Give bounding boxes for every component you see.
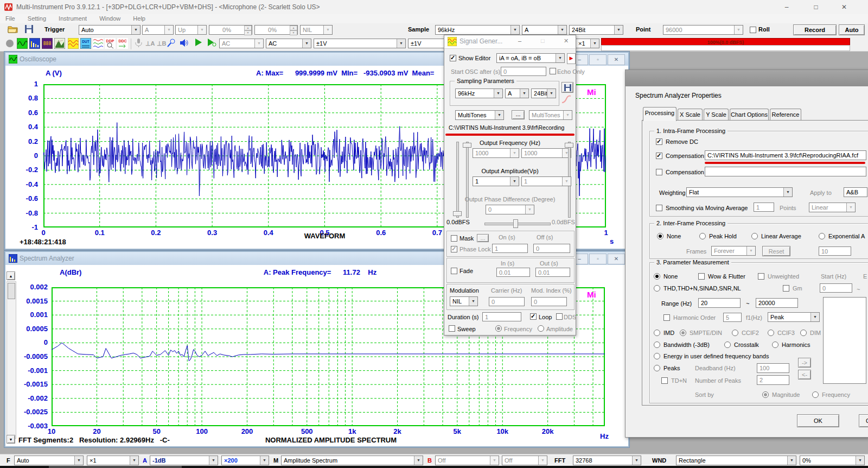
fade-in-field[interactable]: 0.01 [496, 268, 530, 277]
gen-channel-combo[interactable]: A▼ [505, 88, 529, 98]
trigger-level-spinner[interactable]: 0%▲▼ [209, 25, 252, 35]
close-icon[interactable]: ✕ [608, 254, 625, 264]
ddc-icon[interactable]: DDC [117, 38, 128, 49]
derived-data-icon[interactable] [93, 38, 104, 49]
coupling-a-combo[interactable]: AC▼ [219, 39, 264, 48]
auto-button[interactable]: Auto [839, 24, 865, 35]
echo-only-checkbox[interactable] [550, 68, 556, 74]
exponential-average-radio[interactable] [819, 233, 825, 239]
sample-bits-combo[interactable]: 24Bit▼ [569, 25, 623, 35]
signal-generator-title-bar[interactable]: Signal Gener... – □ ✕ [444, 35, 576, 49]
slider-thumb[interactable] [463, 143, 471, 148]
close-icon[interactable]: ✕ [564, 37, 569, 45]
wow-flutter-checkbox[interactable] [698, 273, 705, 280]
unweighted-checkbox[interactable] [758, 273, 764, 280]
tab-processing[interactable]: Processing [643, 107, 676, 121]
cancel-button[interactable]: Cancel [859, 414, 868, 427]
ccif2-radio[interactable] [732, 330, 738, 336]
run-loop-icon[interactable] [207, 38, 218, 49]
phase-lock-checkbox[interactable] [451, 246, 457, 252]
scroll-up-icon[interactable]: ▲ [7, 271, 15, 280]
mask-browse-button[interactable]: ... [477, 234, 489, 242]
sweep-frequency-radio[interactable] [495, 325, 502, 332]
peak-hold-radio[interactable] [699, 233, 706, 239]
slider-thumb[interactable] [565, 143, 573, 148]
tab-reference[interactable]: Reference [770, 109, 801, 121]
a-zoom-combo[interactable]: ×200▼ [221, 456, 269, 465]
linear-average-radio[interactable] [751, 233, 758, 239]
generator-play-button[interactable]: ▶ [567, 53, 576, 64]
spinner-arrows-icon[interactable]: ▲▼ [244, 26, 252, 34]
routing-combo[interactable]: iA = oA, iB = oB▼ [496, 53, 565, 63]
dim-radio[interactable] [800, 330, 807, 336]
compensation2-checkbox[interactable] [656, 169, 662, 175]
sound-device-icon[interactable] [179, 38, 190, 49]
waveform-a-combo[interactable]: MultiTones▼ [455, 110, 504, 120]
amplitude-b-combo[interactable]: 1▼ [521, 176, 571, 186]
exp-frames-field[interactable]: 10 [819, 246, 851, 256]
gen-rate-combo[interactable]: 96kHz▼ [455, 88, 503, 98]
tab-x-scale[interactable]: X Scale [678, 109, 703, 121]
smoothing-checkbox[interactable] [656, 205, 662, 211]
sort-magnitude-radio[interactable] [762, 391, 769, 398]
spinner-arrows-icon[interactable]: ▲▼ [290, 26, 297, 34]
remove-dc-checkbox[interactable] [656, 138, 662, 145]
save-signal-button[interactable] [561, 82, 573, 93]
imd-radio[interactable] [654, 330, 660, 336]
footer-dropdown-icon[interactable]: ▼ [7, 435, 15, 444]
amplitude-a-combo[interactable]: 1▼ [473, 176, 519, 186]
range-a-combo[interactable]: ±1V▼ [314, 39, 406, 48]
signal-generator-icon[interactable] [68, 38, 79, 49]
close-icon[interactable]: ✕ [608, 54, 625, 65]
sweep-checkbox[interactable] [449, 325, 455, 332]
smpte-radio[interactable] [680, 330, 686, 336]
mod-index-field[interactable]: 0 [531, 297, 567, 306]
spectrum-mode-combo[interactable]: Amplitude Spectrum▼ [281, 456, 423, 465]
compensation1-checkbox[interactable] [656, 153, 662, 159]
scrollbar-thumb[interactable] [8, 283, 15, 299]
level-a-slider[interactable] [456, 142, 459, 218]
sample-rate-combo[interactable]: 96kHz▼ [435, 25, 520, 35]
maximize-icon[interactable]: □ [541, 37, 545, 44]
restore-icon[interactable]: ▫ [589, 254, 607, 264]
maximize-icon[interactable]: □ [807, 2, 825, 12]
ddp-viewer-icon[interactable]: DDP [105, 38, 116, 49]
ccif3-radio[interactable] [768, 330, 774, 336]
harmonics-radio[interactable] [772, 341, 778, 348]
start-hz-field[interactable]: 0 [820, 283, 852, 293]
waveform-b-combo[interactable]: MultiTones▼ [529, 110, 572, 120]
points-combo[interactable]: 96000▼ [663, 25, 743, 35]
f1-combo[interactable]: Peak▼ [768, 312, 820, 322]
trigger-source-combo[interactable]: A▼ [142, 25, 174, 35]
mask-off-field[interactable]: 0 [533, 244, 570, 253]
sa-properties-title-bar[interactable] [626, 70, 868, 86]
window-type-combo[interactable]: Rectangle▼ [676, 456, 796, 465]
deadband-field[interactable]: 100 [757, 363, 789, 373]
trigger-hpf-combo[interactable]: NIL▼ [300, 25, 333, 35]
phase-combo[interactable]: 0▼ [486, 205, 534, 214]
dds-checkbox[interactable] [556, 313, 563, 320]
sort-frequency-radio[interactable] [812, 391, 819, 398]
trigger-edge-combo[interactable]: Up▼ [175, 25, 207, 35]
probe-calibration-icon[interactable] [167, 38, 177, 49]
move-right-button[interactable]: -> [798, 358, 811, 368]
overlap-combo[interactable]: 0%▼ [800, 456, 865, 465]
apply-to-field[interactable]: A&B [844, 187, 867, 197]
slider-thumb[interactable] [453, 211, 462, 216]
level-a2-slider[interactable] [466, 142, 469, 218]
energy-radio[interactable] [654, 353, 660, 359]
menu-file[interactable]: File [0, 14, 21, 23]
menu-setting[interactable]: Setting [22, 14, 52, 23]
gm-checkbox[interactable] [783, 285, 789, 292]
fade-checkbox[interactable] [451, 268, 457, 274]
bandwidth-radio[interactable] [654, 341, 660, 348]
frequency-a-combo[interactable]: 1000▼ [473, 148, 519, 158]
roll-checkbox[interactable] [750, 27, 756, 33]
b-range-combo[interactable]: Off▼ [435, 456, 499, 465]
fade-out-field[interactable]: 0.01 [535, 268, 570, 277]
fft-size-combo[interactable]: 32768▼ [573, 456, 641, 465]
menu-window[interactable]: Window [94, 14, 126, 23]
sweep-amplitude-radio[interactable] [538, 325, 544, 332]
probe-combo[interactable]: ×1▼ [576, 39, 599, 48]
record-button[interactable]: Record [793, 24, 837, 35]
